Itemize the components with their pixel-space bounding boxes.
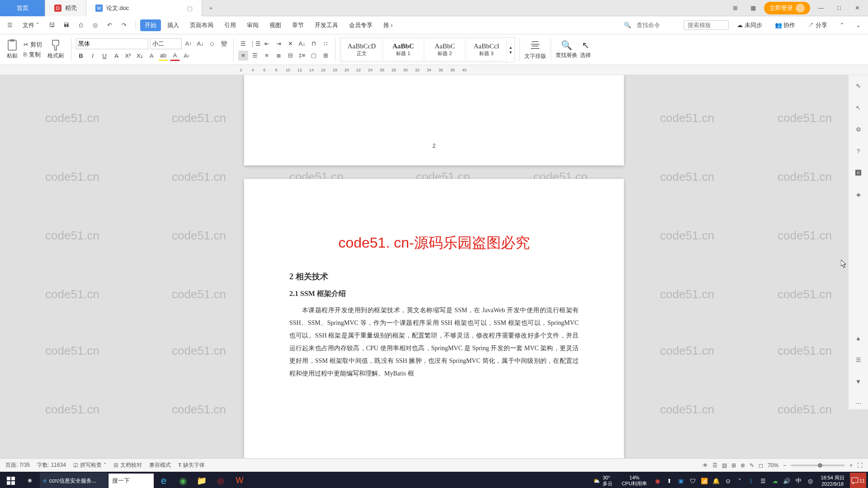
fullscreen-icon[interactable]: ⛶ bbox=[857, 462, 863, 469]
tray-bluetooth-icon[interactable]: ᛒ bbox=[746, 474, 756, 488]
menu-dev-tools[interactable]: 开发工具 bbox=[310, 19, 343, 31]
more-tools-icon[interactable]: ⋯ bbox=[852, 397, 865, 409]
strikethrough-button[interactable]: A̶ bbox=[111, 51, 121, 61]
style-heading3[interactable]: AaBbCcI标题 3 bbox=[466, 38, 507, 61]
search-command-input[interactable] bbox=[635, 21, 680, 30]
superscript-button[interactable]: X² bbox=[123, 51, 133, 61]
clear-format-icon[interactable]: ◇ bbox=[207, 39, 217, 49]
page-view-icon[interactable]: ▤ bbox=[722, 462, 727, 469]
ruler[interactable]: 246810121416182022242628303234363840 bbox=[0, 65, 868, 75]
edit-mode-icon[interactable]: ✎ bbox=[750, 462, 754, 469]
copy-button[interactable]: ⎘ 复制 bbox=[24, 51, 42, 59]
login-button[interactable]: 立即登录 bbox=[764, 2, 810, 14]
sync-status[interactable]: ☁ 未同步 bbox=[732, 19, 767, 31]
tray-icon-2[interactable]: ⬆ bbox=[664, 474, 674, 488]
notification-center[interactable]: 11 bbox=[850, 473, 866, 488]
italic-button[interactable]: I bbox=[88, 51, 98, 61]
taskbar-wps-icon[interactable]: W bbox=[231, 473, 249, 488]
tray-icon-1[interactable]: ◉ bbox=[652, 474, 662, 488]
taskbar-explorer-icon[interactable]: 📁 bbox=[193, 473, 211, 488]
gallery-scroll-down[interactable]: ▾ bbox=[509, 50, 512, 55]
style-normal[interactable]: AaBbCcD正文 bbox=[341, 38, 382, 61]
sort-button[interactable]: A↓ bbox=[297, 39, 307, 49]
tab-home[interactable]: 首页 bbox=[0, 0, 45, 16]
proofread[interactable]: ☒ 文档校对 bbox=[113, 461, 142, 469]
align-center-button[interactable]: ☰ bbox=[250, 51, 260, 61]
shading-button[interactable]: ▢ bbox=[309, 51, 319, 61]
layout-grid-icon[interactable]: ▦ bbox=[746, 2, 760, 14]
gallery-scroll-up[interactable]: ▴ bbox=[509, 45, 512, 50]
find-replace-button[interactable]: 🔍 查找替换 bbox=[556, 40, 577, 59]
save-as-icon[interactable]: 🖬 bbox=[60, 19, 73, 32]
taskbar-app-green[interactable]: ◉ bbox=[174, 473, 192, 488]
copilot-icon[interactable]: ❋ bbox=[21, 473, 39, 488]
redo-icon[interactable]: ↷ bbox=[118, 19, 131, 32]
style-gallery[interactable]: AaBbCcD正文 AaBbC标题 1 AaBbC标题 2 AaBbCcI标题 … bbox=[340, 37, 515, 62]
paste-button[interactable]: 粘贴 bbox=[6, 39, 18, 60]
increase-indent-button[interactable]: ⇥ bbox=[274, 39, 283, 49]
menu-view[interactable]: 视图 bbox=[265, 19, 286, 31]
text-layout-button[interactable]: 亖 文字排版 bbox=[524, 39, 546, 60]
taskbar-app-red[interactable]: ◎ bbox=[212, 473, 230, 488]
read-view-icon[interactable]: ☰ bbox=[712, 462, 717, 469]
bullets-button[interactable]: ☰ bbox=[238, 39, 248, 49]
menu-more[interactable]: 推 › bbox=[379, 19, 397, 31]
style-heading2[interactable]: AaBbC标题 2 bbox=[425, 38, 465, 61]
distribute-button[interactable]: ⊟ bbox=[285, 51, 295, 61]
maximize-button[interactable]: □ bbox=[832, 2, 846, 14]
close-button[interactable]: ✕ bbox=[850, 2, 864, 14]
tab-add-button[interactable]: ＋ bbox=[202, 0, 220, 16]
select-button[interactable]: ↖ 选择 bbox=[580, 40, 591, 59]
tab-overflow-icon[interactable]: ▢ bbox=[187, 5, 193, 12]
menu-page-layout[interactable]: 页面布局 bbox=[185, 19, 218, 31]
tray-onedrive-icon[interactable]: ☁ bbox=[770, 474, 780, 488]
phonetic-icon[interactable]: 變 bbox=[219, 39, 229, 49]
undo-icon[interactable]: ↶ bbox=[104, 19, 116, 32]
zoom-fit-icon[interactable]: ◻ bbox=[759, 462, 763, 469]
zoom-out[interactable]: − bbox=[783, 462, 786, 469]
zoom-level[interactable]: 70% bbox=[768, 462, 778, 469]
menu-start[interactable]: 开始 bbox=[140, 19, 161, 31]
align-left-button[interactable]: ≡ bbox=[238, 51, 248, 61]
tab-docker[interactable]: D 稻壳 bbox=[45, 0, 86, 16]
scroll-down-icon[interactable]: ▼ bbox=[852, 375, 865, 388]
asian-layout-button[interactable]: ✕ bbox=[285, 39, 295, 49]
word-count[interactable]: 字数: 11634 bbox=[37, 461, 66, 469]
decrease-font-icon[interactable]: A↓ bbox=[195, 39, 205, 49]
scroll-up-icon[interactable]: ▲ bbox=[852, 332, 865, 344]
minimize-button[interactable]: — bbox=[814, 2, 828, 14]
line-spacing-button[interactable]: ‡≡ bbox=[297, 51, 307, 61]
tray-ime-icon[interactable]: 中 bbox=[793, 474, 803, 488]
increase-font-icon[interactable]: A↑ bbox=[184, 39, 193, 49]
format-painter-button[interactable]: 格式刷 bbox=[47, 39, 64, 60]
preview-icon[interactable]: ◎ bbox=[89, 19, 102, 32]
help-icon[interactable]: ? bbox=[852, 145, 865, 157]
taskbar-clock[interactable]: 18:54 周日 2022/9/18 bbox=[817, 474, 848, 488]
underline-button[interactable]: U bbox=[99, 51, 109, 61]
page-indicator[interactable]: 页面: 7/35 bbox=[5, 461, 30, 469]
text-effects-button[interactable]: A bbox=[146, 51, 156, 61]
menu-chapter[interactable]: 章节 bbox=[288, 19, 308, 31]
tray-shield-icon[interactable]: 🛡 bbox=[688, 474, 698, 488]
translate-icon[interactable]: 🅰 bbox=[852, 166, 865, 179]
cooperation-button[interactable]: 👥 协作 bbox=[770, 19, 800, 31]
highlight-button[interactable]: ab bbox=[158, 51, 168, 61]
align-right-button[interactable]: ≡ bbox=[262, 51, 272, 61]
print-icon[interactable]: ⎙ bbox=[75, 19, 87, 32]
web-view-icon[interactable]: ⊕ bbox=[741, 462, 745, 469]
menu-hamburger-icon[interactable]: ☰ bbox=[4, 19, 16, 32]
tray-bell-icon[interactable]: 🔔 bbox=[711, 474, 721, 488]
eye-mode-icon[interactable]: 👁 bbox=[703, 462, 708, 469]
tab-document[interactable]: W 论文.doc ▢ bbox=[86, 0, 202, 16]
cut-button[interactable]: ✂ 剪切 bbox=[24, 41, 42, 49]
char-border-button[interactable]: A▫ bbox=[182, 51, 192, 61]
outline-view-icon[interactable]: ⊞ bbox=[731, 462, 736, 469]
file-menu[interactable]: 文件 ˅ bbox=[18, 19, 44, 31]
justify-button[interactable]: ≣ bbox=[274, 51, 283, 61]
settings-tool-icon[interactable]: ⚙ bbox=[852, 123, 865, 136]
document-canvas[interactable]: code51.cncode51.cncode51.cncode51.cncode… bbox=[0, 75, 868, 458]
subscript-button[interactable]: X₂ bbox=[135, 51, 145, 61]
borders-button[interactable]: ⊞ bbox=[321, 51, 330, 61]
save-icon[interactable]: 🖫 bbox=[46, 19, 58, 32]
font-color-button[interactable]: A bbox=[170, 51, 180, 61]
